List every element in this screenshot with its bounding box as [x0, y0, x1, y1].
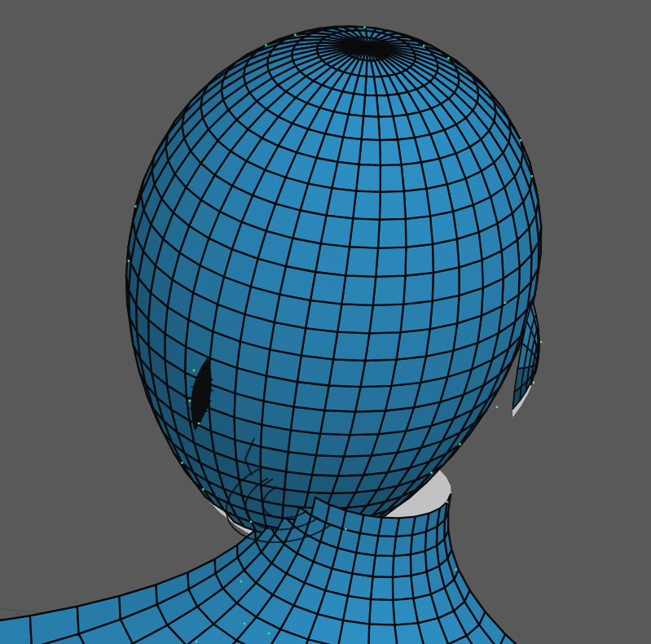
vertex-highlight: [196, 641, 197, 642]
vertex-highlight: [294, 33, 296, 35]
vertex-highlight: [423, 45, 424, 46]
vertex-highlight: [455, 568, 456, 570]
vertex-highlight: [533, 382, 534, 383]
vertex-highlight: [345, 528, 346, 530]
3d-viewport[interactable]: [0, 0, 651, 644]
vertex-highlight: [520, 139, 521, 141]
vertex-highlight: [430, 472, 432, 474]
vertex-highlight: [446, 501, 448, 502]
vertex-highlight: [240, 580, 242, 582]
vertex-highlight: [202, 488, 204, 490]
vertex-highlight: [189, 400, 191, 401]
vertex-highlight: [181, 462, 183, 463]
vertex-highlight: [250, 521, 252, 523]
vertex-highlight: [265, 44, 266, 46]
vertex-highlight: [244, 623, 245, 624]
vertex-highlight: [363, 26, 365, 28]
vertex-highlight: [531, 175, 533, 177]
polygon-head-mesh[interactable]: [0, 26, 651, 644]
vertex-highlight: [504, 302, 506, 304]
vertex-highlight: [268, 633, 270, 634]
vertex-highlight: [447, 57, 449, 59]
scene-canvas[interactable]: [0, 0, 651, 644]
vertex-highlight: [193, 370, 195, 371]
vertex-highlight: [459, 444, 460, 445]
vertex-highlight: [496, 406, 498, 408]
vertex-highlight: [198, 423, 200, 424]
vertex-highlight: [134, 205, 136, 207]
vertex-highlight: [128, 260, 130, 261]
vertex-highlight: [540, 341, 542, 343]
